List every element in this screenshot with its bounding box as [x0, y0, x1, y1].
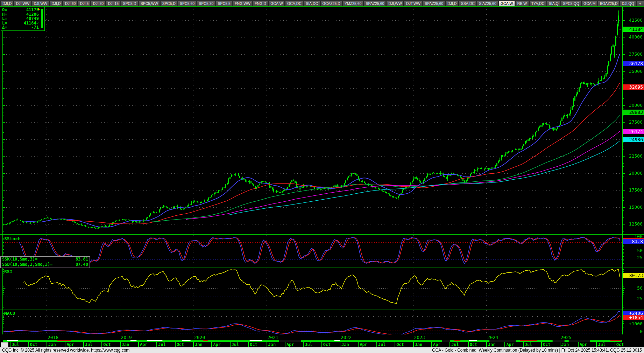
- tab-fng-d-15[interactable]: FNG,D: [253, 1, 268, 6]
- ssd-value: 87.48: [53, 262, 89, 267]
- cqg-chart-window: DJI,DDJI,WWDJI,WWDJI,DDJI,60DJI,5DJI,30D…: [0, 0, 644, 353]
- quote-row-4: Δ=-71: [2, 25, 39, 30]
- month-label-18-jan: Jan: [340, 342, 349, 347]
- tab-dji-30-6[interactable]: DJI,30: [91, 1, 106, 6]
- tab-spc5-5-13[interactable]: SPC5,5: [216, 1, 233, 6]
- tab-gca-w-16[interactable]: GCA,W: [268, 1, 285, 6]
- tab-dji-ww-1[interactable]: DJI,WW: [14, 1, 31, 6]
- month-label-6-jan: Jan: [120, 342, 129, 347]
- macd-panel-title: MACD: [4, 311, 15, 316]
- chart-region: O=41175H=41206L=40749L=41184✓Δ=-71 ▶ SSt…: [0, 6, 644, 347]
- month-label-2-jan: Jan: [47, 342, 56, 347]
- year-label-2022: 2022: [341, 335, 352, 340]
- tab-spc5-d-8[interactable]: SPC5,D: [121, 1, 138, 6]
- month-label-14-jan: Jan: [267, 342, 276, 347]
- sstoch-tick-25: 25: [623, 255, 644, 260]
- tab-spc5-30-12[interactable]: SPC5,30: [197, 1, 215, 6]
- year-label-2023: 2023: [414, 335, 425, 340]
- price-chart-canvas[interactable]: [0, 6, 644, 347]
- price-badge-28983: 28983: [623, 110, 644, 115]
- tab-dji-5-5[interactable]: DJI,5: [78, 1, 91, 6]
- year-label-2024: 2024: [487, 335, 498, 340]
- macd-tick-0: 0: [623, 329, 644, 334]
- tab-tya-dc-30[interactable]: TYA,DC: [529, 1, 546, 6]
- month-label-4-jul: Jul: [83, 342, 93, 347]
- tab-spaz25-60-21[interactable]: SPAZ25,60: [363, 1, 386, 6]
- quote-label-2: L=: [2, 16, 11, 21]
- tab-spc5-qq-32[interactable]: SPC5,QQ: [561, 1, 581, 6]
- month-label-13-oct: Oct: [248, 342, 257, 347]
- year-label-2019: 2019: [121, 335, 132, 340]
- tab-ssa-dc-26[interactable]: SSA,DC: [459, 1, 476, 6]
- rsi-panel-title: RSI: [4, 269, 12, 274]
- tab-dji-d-25[interactable]: DJI,D: [445, 1, 459, 6]
- chart-tab-bar: DJI,DDJI,WWDJI,WWDJI,DDJI,60DJI,5DJI,30D…: [0, 0, 644, 6]
- price-badge-26174: 26174: [623, 129, 644, 134]
- price-tick-22500: 22500: [623, 154, 644, 159]
- tab-boaz25-d-34[interactable]: BOAZ25,D: [598, 1, 620, 6]
- price-tick-42500: 42500: [623, 18, 644, 23]
- add-chart-tab-button[interactable]: +: [636, 1, 644, 6]
- macd-tick-+1000: +1000: [623, 321, 644, 326]
- tab-ymz25-60-20[interactable]: YMZ25,60: [342, 1, 363, 6]
- rsi-tick-50: 50: [623, 286, 644, 291]
- time-scrollbar-thumb[interactable]: [1, 342, 8, 347]
- tab-fng-ww-14[interactable]: FNG,WW: [233, 1, 252, 6]
- month-label-7-apr: Apr: [138, 342, 148, 347]
- tab-dji-60-4[interactable]: DJI,60: [63, 1, 78, 6]
- status-copyright: CQG Inc. © 2025 All rights reserved worl…: [2, 348, 129, 353]
- month-label-19-apr: Apr: [358, 342, 367, 347]
- tab-spc5-60-11[interactable]: SPC5,60: [178, 1, 196, 6]
- month-label-8-jul: Jul: [156, 342, 166, 347]
- tab-dji-qq-35[interactable]: DJI,QQ: [620, 1, 636, 6]
- month-label-3-apr: Apr: [65, 342, 74, 347]
- tab-gca-dc-17[interactable]: GCA,DC: [285, 1, 303, 6]
- status-bar: CQG Inc. © 2025 All rights reserved worl…: [0, 347, 644, 353]
- quote-label-0: O=: [2, 8, 11, 12]
- price-tick-40000: 40000: [623, 35, 644, 40]
- month-label-33-oct: Oct: [615, 342, 624, 347]
- tab-dji-ww-22[interactable]: DJI,WW: [386, 1, 404, 6]
- month-label-11-apr: Apr: [211, 342, 221, 347]
- price-tick-12500: 12500: [623, 222, 644, 227]
- status-instrument-info: GCA - Gold - Combined, Weekly Continuati…: [432, 348, 642, 353]
- macd-badge-+1854: +1854: [623, 315, 644, 320]
- tab-gca-m-33[interactable]: GCA,M: [581, 1, 597, 6]
- quote-box[interactable]: O=41175H=41206L=40749L=41184✓Δ=-71 ▶: [1, 7, 45, 31]
- tab-dji-d-3[interactable]: DJI,D: [49, 1, 63, 6]
- tab-spc5-d-10[interactable]: SPC5,D: [160, 1, 177, 6]
- rsi-badge: 80.73: [623, 273, 644, 278]
- bar-marker-icon: ▶: [38, 7, 40, 11]
- sstoch-tick-50: 50: [623, 248, 644, 253]
- tab-spaz25-60-24[interactable]: SPAZ25,60: [423, 1, 445, 6]
- tab-sia-q-31[interactable]: SIA,Q: [547, 1, 560, 6]
- price-badge-24986: 24986: [623, 137, 644, 142]
- tab-sia-dc-18[interactable]: SIA,DC: [304, 1, 320, 6]
- tab-siaz25-60-27[interactable]: SIAZ25,60: [477, 1, 498, 6]
- year-label-2021: 2021: [268, 335, 278, 340]
- month-label-9-oct: Oct: [175, 342, 184, 347]
- month-label-26-jan: Jan: [486, 342, 496, 347]
- quote-label-4: Δ=: [2, 25, 11, 30]
- month-label-28-jul: Jul: [523, 342, 532, 347]
- ssk-readout-row: SSK(10,Smo,3)= 83.81: [1, 257, 90, 262]
- tab-spc5-ww-9[interactable]: SPC5,WW: [139, 1, 160, 6]
- sstoch-ssk-badge: 83.8: [623, 239, 644, 244]
- quote-row-0: O=41175: [2, 8, 39, 12]
- month-label-22-jan: Jan: [413, 342, 423, 347]
- quote-value-0: 41175: [11, 8, 39, 12]
- tab-dji-15-7[interactable]: DJI,15: [106, 1, 121, 6]
- tab-dji-ww-2[interactable]: DJI,WW: [32, 1, 49, 6]
- price-tick-20000: 20000: [623, 171, 644, 176]
- quote-row-2: L=40749: [2, 16, 39, 21]
- month-label-1-oct: Oct: [28, 342, 38, 347]
- month-label-29-oct: Oct: [541, 342, 551, 347]
- tab-djt-ww-23[interactable]: DJT,WW: [404, 1, 422, 6]
- tab-gca-w-28[interactable]: GCA,W: [498, 1, 515, 6]
- tab-rb-w-29[interactable]: RB,W: [515, 1, 529, 6]
- current-bar-preview: [41, 9, 43, 28]
- sstoch-readout-box: SSK(10,Smo,3)= 83.81 SSD(10,Smo,3,Smo,3)…: [0, 256, 90, 268]
- month-label-30-jan: Jan: [560, 342, 569, 347]
- tab-dji-d-0[interactable]: DJI,D: [0, 1, 14, 6]
- tab-gcaz25-d-19[interactable]: GCAZ25,D: [320, 1, 342, 6]
